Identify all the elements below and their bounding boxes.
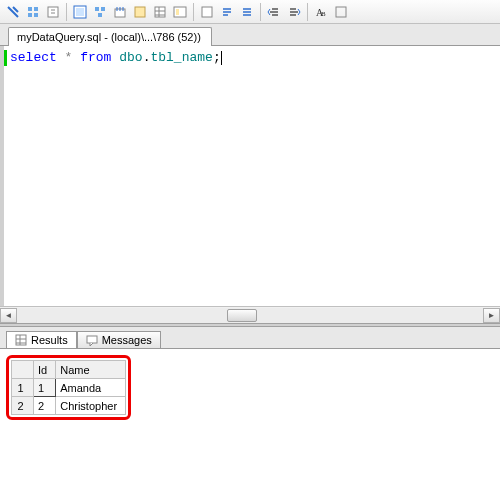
execute-icon[interactable] bbox=[4, 3, 22, 21]
scroll-thumb[interactable] bbox=[227, 309, 257, 322]
tab-messages-label: Messages bbox=[102, 334, 152, 346]
table-row[interactable]: 2 2 Christopher bbox=[12, 397, 126, 415]
sqlcmd-icon[interactable] bbox=[131, 3, 149, 21]
editor-horizontal-scrollbar[interactable]: ◄ ► bbox=[0, 306, 500, 323]
scroll-track[interactable] bbox=[17, 308, 483, 323]
col-header-name[interactable]: Name bbox=[56, 361, 126, 379]
parse-icon[interactable] bbox=[44, 3, 62, 21]
cell-name[interactable]: Amanda bbox=[56, 379, 126, 397]
code-line: select * from dbo.tbl_name; bbox=[10, 50, 494, 65]
svg-rect-9 bbox=[98, 13, 102, 17]
svg-rect-7 bbox=[95, 7, 99, 11]
kw-select: select bbox=[10, 50, 57, 65]
schema-name: dbo bbox=[119, 50, 142, 65]
kw-from: from bbox=[80, 50, 111, 65]
indent-inc-icon[interactable] bbox=[285, 3, 303, 21]
svg-rect-0 bbox=[28, 7, 32, 11]
results-grid-container: Id Name 1 1 Amanda 2 2 Christopher bbox=[0, 349, 500, 428]
svg-text:B: B bbox=[321, 10, 326, 18]
indent-dec-icon[interactable] bbox=[265, 3, 283, 21]
cell-id[interactable]: 1 bbox=[34, 379, 56, 397]
uncomment-icon[interactable] bbox=[238, 3, 256, 21]
row-header[interactable]: 1 bbox=[12, 379, 34, 397]
tab-results[interactable]: Results bbox=[6, 331, 77, 349]
scroll-right-icon[interactable]: ► bbox=[483, 308, 500, 323]
tab-results-label: Results bbox=[31, 334, 68, 346]
grid-corner[interactable] bbox=[12, 361, 34, 379]
cell-name[interactable]: Christopher bbox=[56, 397, 126, 415]
debug-icon[interactable] bbox=[24, 3, 42, 21]
toolbar: AB bbox=[0, 0, 500, 24]
annotation-highlight: Id Name 1 1 Amanda 2 2 Christopher bbox=[6, 355, 131, 420]
svg-rect-4 bbox=[48, 7, 58, 17]
results-grid[interactable]: Id Name 1 1 Amanda 2 2 Christopher bbox=[11, 360, 126, 415]
format-icon[interactable]: AB bbox=[312, 3, 330, 21]
text-cursor bbox=[221, 51, 222, 65]
query-options-icon[interactable] bbox=[91, 3, 109, 21]
svg-rect-13 bbox=[174, 7, 186, 17]
sql-editor[interactable]: select * from dbo.tbl_name; bbox=[0, 46, 500, 306]
file-tab-strip: myDataQuery.sql - (local)\...\786 (52)) bbox=[0, 24, 500, 46]
specify-values-icon[interactable] bbox=[332, 3, 350, 21]
line-change-indicator bbox=[4, 50, 7, 66]
svg-rect-6 bbox=[76, 8, 84, 16]
svg-rect-11 bbox=[135, 7, 145, 17]
results-tab-strip: Results Messages bbox=[0, 327, 500, 349]
scroll-left-icon[interactable]: ◄ bbox=[0, 308, 17, 323]
col-header-id[interactable]: Id bbox=[34, 361, 56, 379]
svg-rect-3 bbox=[34, 13, 38, 17]
cell-id[interactable]: 2 bbox=[34, 397, 56, 415]
results-file-icon[interactable] bbox=[198, 3, 216, 21]
intellisense-icon[interactable] bbox=[111, 3, 129, 21]
file-tab-title: myDataQuery.sql - (local)\...\786 (52)) bbox=[17, 31, 201, 43]
svg-rect-1 bbox=[34, 7, 38, 11]
results-grid-tab-icon bbox=[15, 334, 27, 346]
svg-rect-15 bbox=[202, 7, 212, 17]
comment-icon[interactable] bbox=[218, 3, 236, 21]
table-name: tbl_name bbox=[150, 50, 212, 65]
messages-tab-icon bbox=[86, 334, 98, 346]
display-plan-icon[interactable] bbox=[71, 3, 89, 21]
star: * bbox=[57, 50, 80, 65]
svg-rect-14 bbox=[176, 9, 179, 15]
grid-header-row: Id Name bbox=[12, 361, 126, 379]
row-header[interactable]: 2 bbox=[12, 397, 34, 415]
svg-rect-8 bbox=[101, 7, 105, 11]
results-text-icon[interactable] bbox=[171, 3, 189, 21]
svg-rect-18 bbox=[336, 7, 346, 17]
results-pane: Results Messages Id Name 1 1 Amanda 2 bbox=[0, 327, 500, 428]
svg-rect-2 bbox=[28, 13, 32, 17]
file-tab[interactable]: myDataQuery.sql - (local)\...\786 (52)) bbox=[8, 27, 212, 46]
results-grid-icon[interactable] bbox=[151, 3, 169, 21]
tab-messages[interactable]: Messages bbox=[77, 331, 161, 349]
table-row[interactable]: 1 1 Amanda bbox=[12, 379, 126, 397]
svg-rect-20 bbox=[87, 336, 97, 343]
